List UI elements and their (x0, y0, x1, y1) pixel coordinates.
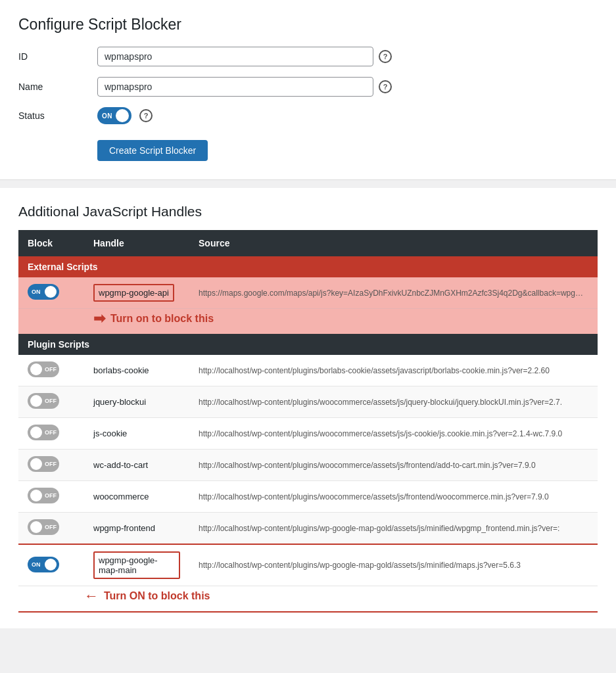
create-script-blocker-button[interactable]: Create Script Blocker (97, 140, 208, 161)
block-toggle[interactable]: OFF (28, 456, 59, 472)
name-label: Name (18, 81, 97, 92)
toggle-cell[interactable]: OFF (18, 450, 84, 481)
arrow-icon: ← (84, 588, 99, 605)
table-row: ON wpgmp-google-api https://maps.google.… (18, 277, 598, 309)
status-toggle[interactable]: ON (97, 107, 131, 124)
block-toggle[interactable]: ON (28, 284, 59, 300)
toggle-cell[interactable]: OFF (18, 418, 84, 450)
name-input[interactable] (97, 77, 373, 97)
toggle-cell[interactable]: OFF (18, 386, 84, 418)
handle-cell: wc-add-to-cart (93, 460, 148, 470)
table-row: OFF js-cookie http://localhost/wp-conten… (18, 418, 598, 450)
external-section-label: External Scripts (18, 256, 598, 277)
col-block: Block (18, 230, 84, 256)
annotation-text-plugin: ← Turn ON to block this (84, 588, 588, 605)
annotation-row-plugin: ← Turn ON to block this (18, 586, 598, 613)
id-row: ID ? (18, 47, 598, 66)
handle-cell: jquery-blockui (84, 386, 189, 418)
handle-cell: wpgmp-google-map-main (84, 544, 189, 586)
handle-cell-highlighted: wpgmp-google-api (93, 284, 174, 302)
block-toggle[interactable]: ON (28, 557, 59, 572)
block-toggle[interactable]: OFF (28, 519, 59, 535)
annotation-row-external: ➡ Turn on to block this (18, 309, 598, 335)
block-toggle[interactable]: OFF (28, 488, 59, 503)
status-label: Status (18, 110, 97, 121)
toggle-cell[interactable]: ON (18, 544, 84, 586)
handle-cell: woocommerce (84, 481, 189, 513)
handles-table: Block Handle Source External Scripts ON … (18, 230, 598, 613)
table-row: ON wpgmp-google-map-main http://localhos… (18, 544, 598, 586)
handle-cell: wpgmp-frontend (84, 513, 189, 545)
handle-cell: wc-add-to-cart (84, 450, 189, 481)
name-row: Name ? (18, 77, 598, 97)
handle-cell: js-cookie (84, 418, 189, 450)
annotation-text-external: ➡ Turn on to block this (93, 310, 588, 327)
name-help-icon[interactable]: ? (379, 80, 392, 93)
source-cell: http://localhost/wp-content/plugins/wp-g… (189, 544, 598, 586)
handle-cell: jquery-blockui (93, 397, 146, 407)
source-cell: http://localhost/wp-content/plugins/wooc… (189, 481, 598, 513)
handle-cell: js-cookie (93, 429, 127, 438)
status-row: Status ON ? (18, 107, 598, 124)
handles-title: Additional JavaScript Handles (18, 204, 598, 220)
annotation-label: Turn ON to block this (104, 590, 210, 602)
id-label: ID (18, 51, 97, 62)
source-cell: http://localhost/wp-content/plugins/wp-g… (189, 513, 598, 545)
handle-cell: wpgmp-google-api (84, 277, 189, 309)
col-source: Source (189, 230, 598, 256)
arrow-icon: ➡ (93, 310, 105, 327)
handle-cell-highlighted: wpgmp-google-map-main (93, 551, 180, 579)
toggle-cell[interactable]: OFF (18, 355, 84, 386)
toggle-cell[interactable]: OFF (18, 481, 84, 513)
table-header-row: Block Handle Source (18, 230, 598, 256)
table-row: OFF jquery-blockui http://localhost/wp-c… (18, 386, 598, 418)
page-title: Configure Script Blocker (18, 16, 598, 34)
plugin-scripts-section-row: Plugin Scripts (18, 334, 598, 355)
table-row: OFF wpgmp-frontend http://localhost/wp-c… (18, 513, 598, 545)
toggle-cell[interactable]: OFF (18, 513, 84, 545)
block-toggle[interactable]: OFF (28, 425, 59, 440)
status-help-icon[interactable]: ? (139, 109, 153, 122)
annotation-label: Turn on to block this (110, 313, 214, 325)
block-toggle[interactable]: OFF (28, 361, 59, 377)
external-scripts-section-row: External Scripts (18, 256, 598, 277)
handle-cell: woocommerce (93, 492, 149, 501)
handle-cell: wpgmp-frontend (93, 523, 155, 533)
id-input[interactable] (97, 47, 373, 66)
configure-section: Configure Script Blocker ID ? Name ? Sta… (0, 0, 616, 180)
col-handle: Handle (84, 230, 189, 256)
block-toggle[interactable]: OFF (28, 393, 59, 409)
handle-cell: borlabs-cookie (84, 355, 189, 386)
source-cell: http://localhost/wp-content/plugins/wooc… (189, 450, 598, 481)
id-help-icon[interactable]: ? (379, 50, 392, 63)
table-row: OFF borlabs-cookie http://localhost/wp-c… (18, 355, 598, 386)
source-cell: http://localhost/wp-content/plugins/borl… (189, 355, 598, 386)
source-cell: http://localhost/wp-content/plugins/wooc… (189, 386, 598, 418)
table-row: OFF wc-add-to-cart http://localhost/wp-c… (18, 450, 598, 481)
handles-section: Additional JavaScript Handles Block Hand… (0, 188, 616, 628)
source-cell: http://localhost/wp-content/plugins/wooc… (189, 418, 598, 450)
handle-cell: borlabs-cookie (93, 365, 149, 375)
source-cell: https://maps.google.com/maps/api/js?key=… (189, 277, 598, 309)
toggle-cell[interactable]: ON (18, 277, 84, 309)
plugin-section-label: Plugin Scripts (18, 334, 598, 355)
table-row: OFF woocommerce http://localhost/wp-cont… (18, 481, 598, 513)
